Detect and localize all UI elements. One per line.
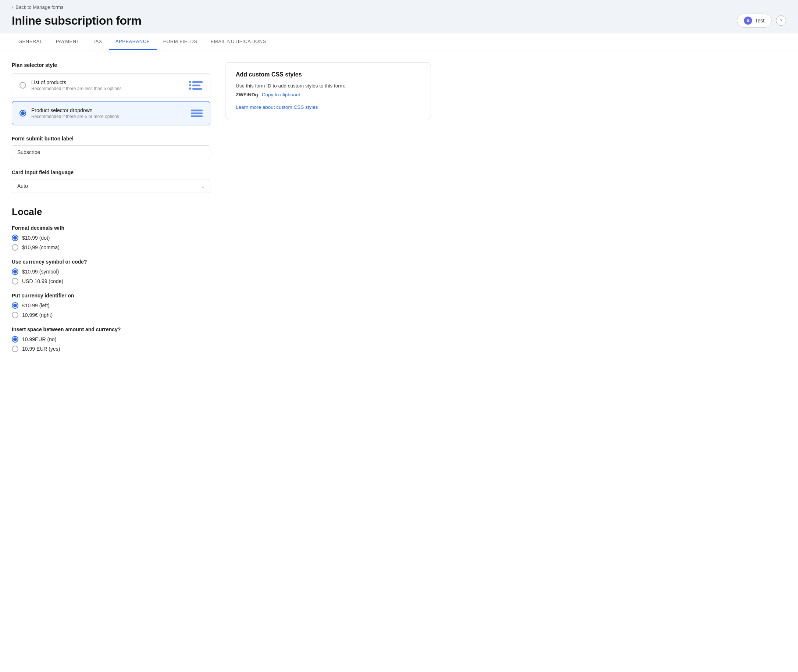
- test-button-label: Test: [755, 18, 764, 24]
- format-decimals-dot-option[interactable]: $10.99 (dot): [12, 235, 210, 241]
- css-card: Add custom CSS styles Use this form ID t…: [225, 62, 431, 119]
- dropdown-icon: [191, 110, 203, 117]
- plan-selector-list-text: List of products Recommended if there ar…: [31, 79, 184, 91]
- header-actions: S Test ?: [737, 14, 786, 27]
- space-between-no-label: 10.99EUR (no): [22, 336, 56, 342]
- back-link-text: Back to Manage forms: [16, 5, 63, 10]
- currency-position-left-option[interactable]: €10.99 (left): [12, 302, 210, 309]
- tab-tax[interactable]: TAX: [86, 34, 109, 50]
- help-question-mark: ?: [780, 18, 782, 24]
- tab-appearance[interactable]: APPEARANCE: [109, 34, 157, 50]
- plan-selector-dropdown-title: Product selector dropdown: [31, 107, 186, 113]
- currency-symbol-radio[interactable]: [12, 268, 18, 275]
- form-id-value: ZWFiNDg: [236, 91, 258, 99]
- card-input-select[interactable]: Auto English French German Spanish: [12, 179, 210, 193]
- form-submit-label: Form submit button label: [12, 136, 210, 142]
- space-between-yes-radio[interactable]: [12, 346, 18, 352]
- format-decimals-comma-label: $10,99 (comma): [22, 245, 59, 250]
- page-title: Inline subscription form: [12, 14, 141, 27]
- space-between-yes-option[interactable]: 10.99 EUR (yes): [12, 346, 210, 352]
- space-between-no-radio[interactable]: [12, 336, 18, 342]
- plan-selector-dropdown-text: Product selector dropdown Recommended if…: [31, 107, 186, 119]
- back-arrow-icon: ‹: [12, 5, 13, 10]
- plan-selector-dropdown-radio[interactable]: [19, 110, 26, 117]
- tab-email-notifications[interactable]: EMAIL NOTIFICATIONS: [204, 34, 273, 50]
- currency-symbol-option-label: $10.99 (symbol): [22, 269, 59, 275]
- format-decimals-dot-radio[interactable]: [12, 235, 18, 241]
- copy-to-clipboard-link[interactable]: Copy to clipboard: [262, 91, 300, 99]
- format-decimals-comma-radio[interactable]: [12, 244, 18, 251]
- tab-general[interactable]: GENERAL: [12, 34, 49, 50]
- format-decimals-comma-option[interactable]: $10,99 (comma): [12, 244, 210, 251]
- currency-position-right-option[interactable]: 10.99€ (right): [12, 312, 210, 318]
- currency-position-group: Put currency identifier on €10.99 (left)…: [12, 293, 210, 318]
- format-decimals-dot-label: $10.99 (dot): [22, 235, 50, 241]
- format-decimals-group: Format decimals with $10.99 (dot) $10,99…: [12, 225, 210, 251]
- form-submit-input[interactable]: [12, 145, 210, 159]
- currency-code-option[interactable]: USD 10.99 (code): [12, 278, 210, 285]
- currency-position-label: Put currency identifier on: [12, 293, 210, 299]
- css-card-title: Add custom CSS styles: [236, 71, 420, 78]
- plan-selector-list-title: List of products: [31, 79, 184, 85]
- tabs-bar: GENERAL PAYMENT TAX APPEARANCE FORM FIEL…: [0, 34, 798, 50]
- test-badge: S: [744, 16, 752, 25]
- tab-form-fields[interactable]: FORM FIELDS: [157, 34, 204, 50]
- space-between-no-option[interactable]: 10.99EUR (no): [12, 336, 210, 342]
- help-icon[interactable]: ?: [776, 16, 786, 26]
- css-card-desc-text: Use this form ID to add custom styles to…: [236, 83, 345, 89]
- learn-more-link[interactable]: Learn more about custom CSS styles: [236, 104, 318, 110]
- plan-selector-label: Plan selector style: [12, 62, 210, 68]
- plan-selector-list-subtitle: Recommended if there are less than 5 opt…: [31, 86, 184, 91]
- css-card-description: Use this form ID to add custom styles to…: [236, 82, 420, 99]
- currency-position-right-label: 10.99€ (right): [22, 312, 53, 318]
- plan-selector-list-radio[interactable]: [19, 82, 26, 89]
- currency-position-left-label: €10.99 (left): [22, 302, 50, 309]
- back-link[interactable]: ‹ Back to Manage forms: [12, 5, 786, 10]
- currency-code-radio[interactable]: [12, 278, 18, 285]
- currency-position-right-radio[interactable]: [12, 312, 18, 318]
- currency-code-option-label: USD 10.99 (code): [22, 278, 63, 284]
- tab-payment[interactable]: PAYMENT: [49, 34, 86, 50]
- plan-selector-dropdown-option[interactable]: Product selector dropdown Recommended if…: [12, 101, 210, 125]
- locale-title: Locale: [12, 206, 210, 218]
- format-decimals-label: Format decimals with: [12, 225, 210, 231]
- card-input-label: Card input field language: [12, 170, 210, 175]
- plan-selector-list-option[interactable]: List of products Recommended if there ar…: [12, 73, 210, 98]
- test-button[interactable]: S Test: [737, 14, 772, 27]
- currency-symbol-label: Use currency symbol or code?: [12, 259, 210, 265]
- space-between-group: Insert space between amount and currency…: [12, 326, 210, 352]
- plan-selector-dropdown-subtitle: Recommended if there are 5 or more optio…: [31, 114, 186, 119]
- currency-symbol-option[interactable]: $10.99 (symbol): [12, 268, 210, 275]
- space-between-label: Insert space between amount and currency…: [12, 326, 210, 332]
- currency-symbol-group: Use currency symbol or code? $10.99 (sym…: [12, 259, 210, 285]
- currency-position-left-radio[interactable]: [12, 302, 18, 309]
- space-between-yes-label: 10.99 EUR (yes): [22, 346, 60, 352]
- list-products-icon: [189, 81, 203, 90]
